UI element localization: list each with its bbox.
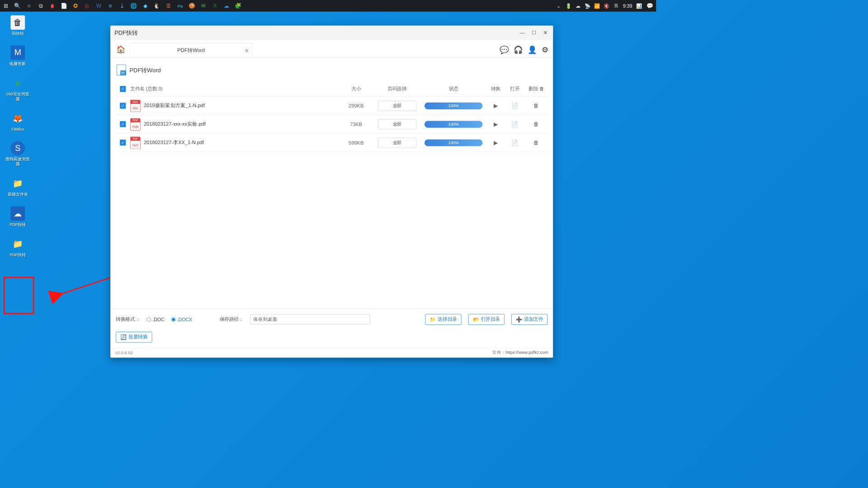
tray2-icon[interactable]: ☁ [573,0,583,12]
app1-icon[interactable]: ⬮ [47,0,58,12]
format-label: 转换格式： [116,316,140,323]
user-icon[interactable]: 👤 [528,46,537,55]
col-pages: 页码选择 [373,86,421,92]
file-row: ✓ 2019摄影策划方案_1-N.pdf 299KB 全部 100% ▶ 📄 🗑 [115,97,548,115]
chrome-icon[interactable]: 🌐 [128,0,140,12]
file-name: 2018023127-李XX_1-N.pdf [144,139,204,145]
excel-icon[interactable]: X [209,0,221,12]
app7-icon[interactable]: 🐧 [151,0,163,12]
desktop-icon-firefox[interactable]: 🦊Firefox [4,111,31,131]
desktop-icon-pdfkz-app[interactable]: ☁PDF快转 [4,206,31,227]
desktop-icon-sogou[interactable]: S搜狗高速浏览器 [4,141,31,167]
desktop-icon-newfolder[interactable]: 📁新建文件夹 [4,176,31,197]
maximize-button[interactable]: ☐ [530,30,537,36]
pdfkz-window: PDF快转 — ☐ ✕ 🏠 PDF转Word ✕ 💬 🎧 👤 ⚙ PDF转Wor… [110,26,553,358]
convert-button[interactable]: ▶ [491,138,500,147]
desktop-icon-360[interactable]: e360安全浏览器 [4,76,31,102]
progress-bar: 100% [425,121,483,127]
notifications-icon[interactable]: 💬 [644,3,656,9]
open-file-button[interactable]: 📄 [510,120,519,129]
pdf-icon [130,99,141,112]
row-checkbox[interactable]: ✓ [120,140,126,145]
cloud-icon[interactable]: ☁ [221,0,232,12]
official-site-link[interactable]: https://www.pdfkz.com [506,350,548,355]
pdf-icon [130,118,141,130]
start-icon[interactable]: ⊞ [0,0,12,12]
app5-icon[interactable]: ⤓ [116,0,128,12]
ps-icon[interactable]: Ps [175,0,186,12]
save-path-input[interactable] [250,314,370,325]
file-row: ✓ 2018023127-xxx-xx实验.pdf 73KB 全部 100% ▶… [115,115,548,134]
delete-all-icon[interactable]: 🗑 [539,86,544,92]
tray3-icon[interactable]: 📡 [583,0,592,12]
batch-convert-button[interactable]: 🔄批量转换 [116,332,152,343]
word-icon[interactable]: W [93,0,105,12]
col-status: 状态 [421,86,486,92]
section-title: PDF转Word [117,65,548,75]
delete-row-button[interactable]: 🗑 [532,101,541,110]
open-file-button[interactable]: 📄 [510,138,519,147]
delete-row-button[interactable]: 🗑 [532,120,541,129]
clock[interactable]: 9:39 [621,3,634,9]
desktop-icons: 🗑回收站 M电脑管家 e360安全浏览器 🦊Firefox S搜狗高速浏览器 📁… [4,15,31,257]
choose-dir-button[interactable]: 📁选择目录 [425,314,461,325]
convert-button[interactable]: ▶ [491,101,500,110]
desktop-icon-recycle[interactable]: 🗑回收站 [4,15,31,36]
app6-icon[interactable]: ◆ [139,0,151,12]
wifi-icon[interactable]: 📶 [592,0,602,12]
file-size: 73KB [339,122,373,127]
desktop-icon-guard[interactable]: M电脑管家 [4,46,31,66]
cortana-icon[interactable]: ○ [23,0,35,12]
page-range-button[interactable]: 全部 [378,101,416,111]
app10-icon[interactable]: 🧩 [232,0,244,12]
desktop-icon-pdfkz-folder[interactable]: 📁PDF快转 [4,237,31,258]
app2-icon[interactable]: 📄 [58,0,70,12]
chat-icon[interactable]: 💬 [500,46,509,55]
bottom-bar: 转换格式： .DOC .DOCX 保存路径： 📁选择目录 📂打开目录 ➕添加文件… [110,309,553,347]
delete-row-button[interactable]: 🗑 [532,138,541,147]
pdf-icon [130,136,141,149]
open-file-button[interactable]: 📄 [510,101,519,110]
page-range-button[interactable]: 全部 [378,119,416,129]
taskview-icon[interactable]: ⧉ [35,0,47,12]
headset-icon[interactable]: 🎧 [514,46,523,55]
app9-icon[interactable]: 🍪 [186,0,198,12]
annotation-highlight-box [4,277,34,314]
volume-icon[interactable]: 🔇 [602,0,611,12]
app4-icon[interactable]: ◎ [81,0,93,12]
file-size: 299KB [339,103,373,108]
minimize-button[interactable]: — [519,30,526,36]
wechat-icon[interactable]: ✉ [198,0,209,12]
convert-button[interactable]: ▶ [491,120,500,129]
tab-close-icon[interactable]: ✕ [245,47,249,54]
gear-icon[interactable]: ⚙ [542,46,548,55]
window-title: PDF快转 [114,29,137,37]
row-checkbox[interactable]: ✓ [120,103,126,109]
select-all-checkbox[interactable]: ✓ [120,86,126,92]
plus-icon: ➕ [516,316,522,323]
edge-icon[interactable]: e [104,0,116,12]
ime-indicator[interactable]: 英 [611,0,621,12]
home-icon[interactable]: 🏠 [115,44,127,56]
format-docx-radio[interactable]: .DOCX [171,317,192,322]
add-file-button[interactable]: ➕添加文件 [511,314,547,325]
col-size: 大小 [339,86,373,92]
page-range-button[interactable]: 全部 [378,137,416,148]
search-icon[interactable]: 🔍 [12,0,24,12]
progress-bar: 100% [425,139,483,146]
title-bar: PDF快转 — ☐ ✕ [110,26,553,40]
tray4-icon[interactable]: 📊 [634,0,644,12]
tray1-icon[interactable]: 🔋 [563,0,573,12]
format-doc-radio[interactable]: .DOC [146,317,164,322]
row-checkbox[interactable]: ✓ [120,121,126,127]
tray-chevron-icon[interactable]: ⌄ [554,0,563,12]
open-dir-button[interactable]: 📂打开目录 [468,314,505,325]
tab-label: PDF转Word [177,47,205,53]
app8-icon[interactable]: 🗓 [163,0,175,12]
refresh-icon: 🔄 [120,334,127,340]
close-button[interactable]: ✕ [542,30,549,36]
folder-icon: 📁 [429,316,436,323]
app3-icon[interactable]: ✪ [70,0,81,12]
tab-pdf2word[interactable]: PDF转Word ✕ [130,43,253,57]
col-delete: 删除 🗑 [524,86,548,92]
